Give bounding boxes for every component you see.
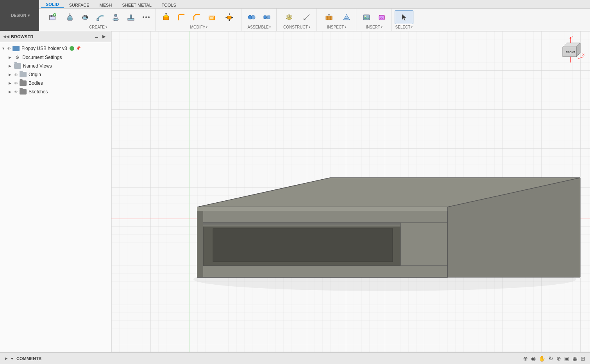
sketches-label: Sketches — [29, 89, 48, 95]
status-bar: ▶ ● COMMENTS ⊕ ◉ ✋ ↻ ⊕ ▣ ▦ ⊞ — [0, 352, 590, 364]
group-create: CREATE ▾ — [41, 9, 156, 31]
browser-header: ◀◀ BROWSER − ▶ — [0, 31, 111, 42]
offset-plane-btn[interactable] — [280, 10, 299, 24]
revolve-btn[interactable] — [78, 10, 92, 24]
section-analysis-btn[interactable] — [340, 10, 354, 24]
shell-btn[interactable] — [205, 10, 219, 24]
select-label: SELECT — [395, 25, 411, 29]
bodies-arrow: ▶ — [9, 81, 14, 85]
record-icon[interactable]: ◉ — [531, 355, 536, 362]
snap-icon[interactable]: ⊕ — [523, 355, 528, 362]
svg-line-69 — [578, 57, 584, 59]
named-views-arrow: ▶ — [9, 64, 14, 68]
tree-sketches[interactable]: ▶ 👁 Sketches — [0, 87, 111, 96]
more-create-btn[interactable] — [139, 10, 153, 24]
svg-text:A: A — [380, 16, 383, 20]
assemble-group-label[interactable]: ASSEMBLE ▾ — [248, 25, 271, 29]
display-icon[interactable]: ▣ — [564, 355, 569, 362]
loft-btn[interactable] — [109, 10, 123, 24]
tab-mesh[interactable]: MESH — [95, 2, 117, 8]
svg-point-16 — [143, 16, 144, 18]
tab-tools[interactable]: TOOLS — [157, 2, 181, 8]
insert-group-label[interactable]: INSERT ▾ — [366, 25, 383, 29]
tree-named-views[interactable]: ▶ Named Views — [0, 62, 111, 70]
select-group-label[interactable]: SELECT ▾ — [395, 25, 413, 29]
comments-expand-icon[interactable]: ▶ — [5, 356, 8, 360]
press-pull-btn[interactable] — [159, 10, 173, 24]
browser-minus[interactable]: − — [95, 34, 100, 39]
fillet-btn[interactable] — [174, 10, 188, 24]
origin-arrow: ▶ — [9, 73, 14, 77]
svg-rect-30 — [264, 16, 266, 19]
svg-point-18 — [148, 16, 150, 18]
construct-group-label[interactable]: CONSTRUCT ▾ — [283, 25, 310, 29]
root-pin: 📌 — [76, 46, 80, 51]
modify-group-label[interactable]: MODIFY ▾ — [190, 25, 208, 29]
extrude-btn[interactable] — [63, 10, 77, 24]
rib-btn[interactable] — [124, 10, 138, 24]
measure-inspect-btn[interactable] — [320, 10, 338, 24]
orientation-cube[interactable]: Z FRONT X — [555, 35, 586, 66]
chamfer-btn[interactable] — [190, 10, 204, 24]
tab-surface[interactable]: SURFACE — [64, 2, 95, 8]
tree-bodies[interactable]: ▶ 👁 Bodies — [0, 79, 111, 87]
toolbar-tabs: SOLID SURFACE MESH SHEET METAL TOOLS — [39, 0, 590, 31]
sweep-btn[interactable] — [93, 10, 107, 24]
named-views-folder-icon — [14, 63, 21, 69]
joint-btn[interactable] — [245, 10, 259, 24]
move-btn[interactable] — [220, 10, 239, 24]
ui-icon[interactable]: ⊞ — [581, 355, 585, 362]
svg-marker-59 — [213, 228, 393, 262]
doc-settings-gear-icon: ⚙ — [14, 54, 20, 61]
create-group-label[interactable]: CREATE ▾ — [89, 25, 107, 29]
x-axis-label: X — [582, 53, 585, 57]
tab-solid[interactable]: SOLID — [41, 1, 64, 8]
svg-marker-64 — [197, 207, 447, 211]
sketches-folder-icon — [20, 89, 27, 95]
new-component-btn[interactable] — [43, 10, 62, 24]
tool-groups: CREATE ▾ — [39, 9, 590, 31]
svg-rect-6 — [68, 18, 72, 20]
group-inspect: INSPECT ▾ — [317, 9, 356, 31]
browser-collapse[interactable]: ◀◀ — [3, 34, 9, 39]
viewport[interactable]: Z FRONT X — [111, 31, 590, 352]
z-axis-label: Z — [571, 35, 574, 39]
as-built-joint-btn[interactable] — [260, 10, 274, 24]
svg-text:↔: ↔ — [306, 19, 309, 21]
comments-label[interactable]: COMMENTS — [16, 356, 41, 361]
construct-label: CONSTRUCT — [283, 25, 308, 29]
front-face-label: FRONT — [566, 51, 576, 54]
tab-sheet-metal[interactable]: SHEET METAL — [117, 2, 156, 8]
zoom-icon[interactable]: ⊕ — [556, 355, 561, 362]
svg-rect-22 — [210, 17, 214, 20]
orbit-icon[interactable]: ↻ — [549, 355, 553, 362]
create-label: CREATE — [89, 25, 105, 29]
measure-construct-btn[interactable]: ↔ — [300, 10, 314, 24]
group-insert: A INSERT ▾ — [357, 9, 392, 31]
tree-root[interactable]: ▼ 👁 Floppy USB holder v3 📌 — [0, 44, 111, 53]
bodies-folder-icon — [20, 80, 27, 86]
insert-label: INSERT — [366, 25, 380, 29]
insert-image-btn[interactable] — [359, 10, 374, 24]
svg-point-29 — [251, 15, 255, 19]
tree-doc-settings[interactable]: ▶ ⚙ Document Settings — [0, 53, 111, 62]
design-button[interactable]: DESIGN ▾ — [0, 0, 39, 31]
browser-expand[interactable]: ▶ — [102, 34, 108, 39]
tree-origin[interactable]: ▶ 👁 Origin — [0, 70, 111, 79]
pan-icon[interactable]: ✋ — [539, 355, 545, 362]
group-construct: ↔ CONSTRUCT ▾ — [277, 9, 316, 31]
design-arrow: ▾ — [28, 13, 30, 18]
svg-rect-61 — [197, 207, 203, 277]
svg-rect-63 — [203, 223, 400, 225]
grid-icon[interactable]: ▦ — [572, 355, 577, 362]
browser-icons: − ▶ — [95, 34, 108, 39]
svg-rect-45 — [363, 15, 370, 20]
sketches-eye-icon: 👁 — [14, 90, 18, 94]
inspect-group-label[interactable]: INSPECT ▾ — [327, 25, 346, 29]
select-tool-btn[interactable] — [395, 10, 413, 24]
named-views-label: Named Views — [23, 63, 52, 69]
inspect-buttons — [320, 10, 354, 24]
comments-area: ▶ ● COMMENTS — [5, 356, 41, 361]
comments-dot-icon: ● — [11, 356, 13, 360]
decal-btn[interactable]: A — [375, 10, 389, 24]
